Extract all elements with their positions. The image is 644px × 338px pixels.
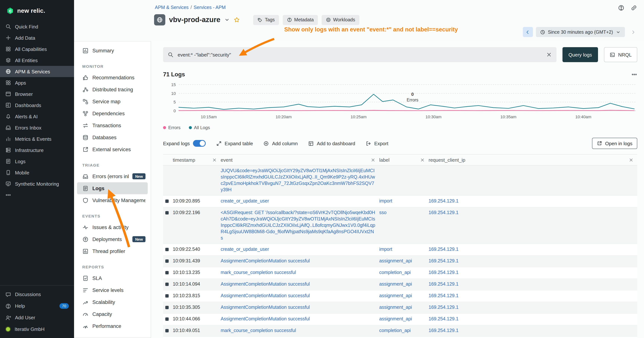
- log-request-client-ip-link[interactable]: 169.254.129.1: [428, 305, 458, 310]
- sidebar-item-synthetic-monitoring[interactable]: Synthetic Monitoring: [0, 178, 74, 189]
- sidebar-item-dashboards[interactable]: Dashboards: [0, 100, 74, 111]
- subnav-item-summary[interactable]: Summary: [77, 45, 148, 57]
- sidebar-item-all-entities[interactable]: All Entities: [0, 55, 74, 66]
- sidebar-item-errors-inbox[interactable]: Errors Inbox: [0, 122, 74, 133]
- log-event-link[interactable]: AssignmentCompletionMutation successful: [221, 293, 310, 298]
- log-request-client-ip-link[interactable]: 169.254.129.1: [428, 328, 458, 333]
- metadata-button[interactable]: Metadata: [282, 15, 318, 25]
- tags-button[interactable]: Tags: [253, 15, 279, 25]
- clear-search-icon[interactable]: [546, 52, 552, 58]
- log-label-link[interactable]: import: [379, 198, 392, 204]
- subnav-item-recommendations[interactable]: Recommendations: [77, 72, 148, 84]
- sidebar-item-logs[interactable]: Logs: [0, 156, 74, 167]
- sidebar-item-all-capabilities[interactable]: All Capabilities: [0, 44, 74, 55]
- log-request-client-ip-link[interactable]: 169.254.129.1: [428, 316, 458, 321]
- log-event-link[interactable]: AssignmentCompletionMutation successful: [221, 281, 310, 287]
- log-table-row[interactable]: 10:10:44.066AssignmentCompletionMutation…: [163, 314, 637, 325]
- time-forward-button[interactable]: [628, 27, 638, 37]
- log-event-link[interactable]: JUQVU&code=eyJraWQiOiJjcGItY29yZV8wOTl1M…: [221, 168, 375, 192]
- log-event-link[interactable]: mark_course_completion successful: [221, 270, 296, 275]
- sidebar-item-add-data[interactable]: Add Data: [0, 32, 74, 44]
- remove-column-request-client-ip-icon[interactable]: [629, 157, 634, 162]
- log-request-client-ip-link[interactable]: 169.254.129.1: [428, 210, 458, 215]
- subnav-item-capacity[interactable]: Capacity: [77, 308, 148, 320]
- subnav-item-issues-activity[interactable]: Issues & activity: [77, 221, 148, 233]
- subnav-item-deployments[interactable]: DeploymentsNew: [77, 233, 148, 245]
- sidebar-item-iterativ-gmbh[interactable]: Iterativ GmbH: [0, 323, 74, 335]
- legend-all-logs[interactable]: All Logs: [189, 125, 210, 130]
- log-table-row[interactable]: 10:10:13.235mark_course_completion succe…: [163, 267, 637, 279]
- time-picker[interactable]: Since 30 minutes ago (GMT+2): [536, 27, 625, 37]
- sidebar-item-apm-services[interactable]: APM & Services: [0, 66, 74, 77]
- log-label-link[interactable]: assignment_api: [379, 305, 412, 310]
- log-event-link[interactable]: create_or_update_user: [221, 198, 269, 204]
- log-label-link[interactable]: sso: [379, 210, 386, 215]
- log-event-link[interactable]: <ASGIRequest: GET '/sso/callback/?state=…: [221, 210, 375, 241]
- expand-logs-toggle[interactable]: [193, 140, 206, 147]
- subnav-item-sla[interactable]: SLA: [77, 272, 148, 284]
- sidebar-item-infrastructure[interactable]: Infrastructure: [0, 145, 74, 156]
- log-request-client-ip-link[interactable]: 169.254.129.1: [428, 281, 458, 287]
- subnav-item-external-services[interactable]: External services: [77, 143, 148, 155]
- sidebar-item-help[interactable]: Help70: [0, 300, 74, 312]
- log-request-client-ip-link[interactable]: 169.254.129.1: [428, 247, 458, 252]
- remove-column-event-icon[interactable]: [370, 157, 376, 162]
- log-label-link[interactable]: completion_api: [379, 328, 411, 333]
- new-relic-logo[interactable]: new relic.: [0, 0, 74, 21]
- remove-column-label-icon[interactable]: [420, 157, 425, 162]
- sidebar-item-quick-find[interactable]: Quick Find: [0, 21, 74, 32]
- subnav-item-distributed-tracing[interactable]: Distributed tracing: [77, 84, 148, 96]
- log-request-client-ip-link[interactable]: 169.254.129.1: [428, 258, 458, 263]
- log-table-row[interactable]: 10:11:00.311AssignmentCompletionMutation…: [163, 337, 637, 338]
- subnav-item-thread-profiler[interactable]: Thread profiler: [77, 245, 148, 257]
- legend-errors[interactable]: Errors: [163, 125, 180, 130]
- sidebar-item-browser[interactable]: Browser: [0, 88, 74, 100]
- sidebar-item-alerts-ai[interactable]: Alerts & AI: [0, 111, 74, 122]
- add-to-dashboard-button[interactable]: Add to dashboard: [308, 141, 355, 146]
- log-table-row[interactable]: 10:09:31.439AssignmentCompletionMutation…: [163, 256, 637, 267]
- copy-link-icon[interactable]: [630, 5, 637, 11]
- subnav-item-performance[interactable]: Performance: [77, 320, 148, 332]
- subnav-item-scalability[interactable]: Scalability: [77, 296, 148, 308]
- more-options-icon[interactable]: [631, 72, 637, 78]
- subnav-item-transactions[interactable]: Transactions: [77, 119, 148, 131]
- log-label-link[interactable]: assignment_api: [379, 293, 412, 298]
- log-label-link[interactable]: assignment_api: [379, 281, 412, 287]
- subnav-item-service-levels[interactable]: Service levels: [77, 284, 148, 296]
- search-input[interactable]: [177, 52, 543, 58]
- sidebar-item-add-user[interactable]: Add User: [0, 312, 74, 323]
- entity-dropdown-caret-icon[interactable]: [224, 17, 230, 23]
- nrql-button[interactable]: NRQL: [604, 47, 637, 62]
- subnav-item-service-map[interactable]: Service map: [77, 96, 148, 107]
- log-request-client-ip-link[interactable]: 169.254.129.1: [428, 293, 458, 298]
- open-in-logs-button[interactable]: Open in logs: [592, 138, 637, 149]
- log-label-link[interactable]: import: [379, 247, 392, 252]
- log-request-client-ip-link[interactable]: 169.254.129.1: [428, 198, 458, 204]
- expand-table-button[interactable]: Expand table: [216, 141, 253, 146]
- subnav-item-logs[interactable]: Logs: [77, 182, 148, 194]
- log-event-link[interactable]: AssignmentCompletionMutation successful: [221, 305, 310, 310]
- log-table-row[interactable]: 10:10:23.815AssignmentCompletionMutation…: [163, 290, 637, 302]
- help-circle-icon[interactable]: [618, 5, 624, 11]
- log-table-row[interactable]: 10:09:22.196<ASGIRequest: GET '/sso/call…: [163, 207, 637, 244]
- log-event-link[interactable]: create_or_update_user: [221, 247, 269, 252]
- log-event-link[interactable]: AssignmentCompletionMutation successful: [221, 316, 310, 321]
- log-label-link[interactable]: assignment_api: [379, 258, 412, 263]
- subnav-item-dependencies[interactable]: Dependencies: [77, 107, 148, 119]
- log-table-row[interactable]: 10:10:35.305AssignmentCompletionMutation…: [163, 302, 637, 314]
- subnav-item-vulnerability-management[interactable]: Vulnerability Management: [77, 194, 148, 206]
- breadcrumb-apm-services[interactable]: APM & Services: [155, 5, 189, 10]
- export-button[interactable]: Export: [366, 141, 388, 146]
- add-column-button[interactable]: Add column: [264, 141, 298, 146]
- sidebar-item-mobile[interactable]: Mobile: [0, 167, 74, 178]
- sidebar-item-discussions[interactable]: Discussions: [0, 289, 74, 300]
- query-logs-button[interactable]: Query logs: [562, 47, 598, 62]
- breadcrumb-services-apm[interactable]: Services - APM: [194, 5, 226, 10]
- log-label-link[interactable]: assignment_api: [379, 316, 412, 321]
- log-table-row[interactable]: 10:10:49.051mark_course_completion succe…: [163, 325, 637, 337]
- sidebar-item-metrics-events[interactable]: Metrics & Events: [0, 133, 74, 145]
- workloads-button[interactable]: Workloads: [322, 15, 360, 25]
- log-event-link[interactable]: mark_course_completion successful: [221, 328, 296, 333]
- subnav-item-databases[interactable]: Databases: [77, 131, 148, 143]
- log-table-row[interactable]: 10:09:20.895create_or_update_userimport1…: [163, 196, 637, 207]
